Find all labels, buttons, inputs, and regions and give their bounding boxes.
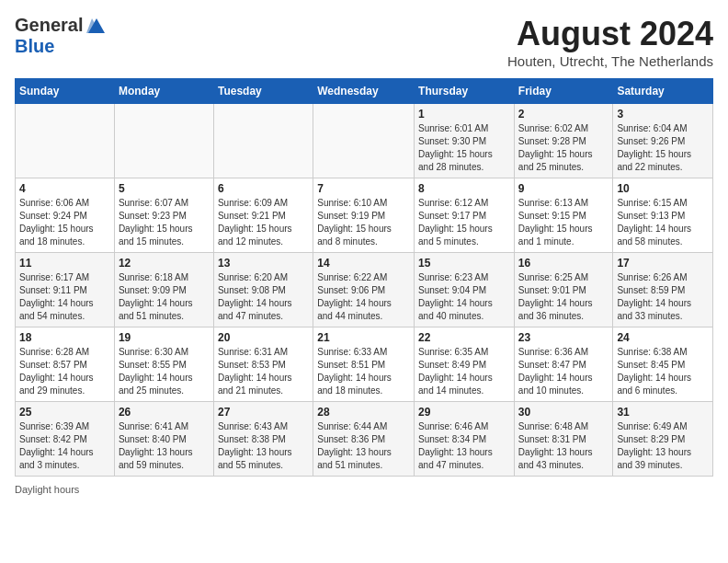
- day-number: 10: [617, 182, 709, 195]
- logo-blue-text: Blue: [15, 36, 54, 56]
- location-subtitle: Houten, Utrecht, The Netherlands: [507, 53, 713, 69]
- day-info: Sunrise: 6:44 AM Sunset: 8:36 PM Dayligh…: [317, 420, 410, 472]
- day-number: 23: [518, 331, 609, 344]
- day-info: Sunrise: 6:18 AM Sunset: 9:09 PM Dayligh…: [119, 271, 210, 323]
- day-number: 16: [518, 257, 609, 270]
- day-info: Sunrise: 6:48 AM Sunset: 8:31 PM Dayligh…: [518, 420, 609, 472]
- footer-note: Daylight hours: [15, 484, 713, 495]
- day-number: 14: [317, 257, 410, 270]
- day-info: Sunrise: 6:04 AM Sunset: 9:26 PM Dayligh…: [617, 122, 709, 174]
- day-header-thursday: Thursday: [415, 79, 515, 104]
- day-info: Sunrise: 6:09 AM Sunset: 9:21 PM Dayligh…: [218, 197, 309, 248]
- day-number: 11: [19, 257, 110, 270]
- day-number: 1: [418, 108, 510, 121]
- day-info: Sunrise: 6:26 AM Sunset: 8:59 PM Dayligh…: [617, 271, 709, 323]
- day-info: Sunrise: 6:12 AM Sunset: 9:17 PM Dayligh…: [418, 197, 510, 248]
- day-info: Sunrise: 6:30 AM Sunset: 8:55 PM Dayligh…: [119, 346, 210, 397]
- calendar-table: SundayMondayTuesdayWednesdayThursdayFrid…: [15, 78, 713, 477]
- calendar-cell: 18Sunrise: 6:28 AM Sunset: 8:57 PM Dayli…: [16, 327, 115, 402]
- calendar-cell: 13Sunrise: 6:20 AM Sunset: 9:08 PM Dayli…: [213, 253, 313, 327]
- day-info: Sunrise: 6:35 AM Sunset: 8:49 PM Dayligh…: [418, 346, 510, 397]
- calendar-cell: 8Sunrise: 6:12 AM Sunset: 9:17 PM Daylig…: [415, 178, 515, 253]
- day-header-monday: Monday: [114, 79, 213, 104]
- day-info: Sunrise: 6:46 AM Sunset: 8:34 PM Dayligh…: [418, 420, 510, 472]
- day-info: Sunrise: 6:36 AM Sunset: 8:47 PM Dayligh…: [518, 346, 609, 397]
- day-info: Sunrise: 6:49 AM Sunset: 8:29 PM Dayligh…: [617, 420, 709, 472]
- calendar-cell: 6Sunrise: 6:09 AM Sunset: 9:21 PM Daylig…: [213, 178, 313, 253]
- calendar-body: 1Sunrise: 6:01 AM Sunset: 9:30 PM Daylig…: [16, 104, 713, 477]
- logo-general-text: General: [15, 15, 83, 36]
- day-number: 3: [617, 108, 709, 121]
- title-section: August 2024 Houten, Utrecht, The Netherl…: [507, 15, 713, 69]
- day-info: Sunrise: 6:28 AM Sunset: 8:57 PM Dayligh…: [19, 346, 110, 397]
- calendar-cell: 15Sunrise: 6:23 AM Sunset: 9:04 PM Dayli…: [415, 253, 515, 327]
- day-header-friday: Friday: [514, 79, 613, 104]
- day-header-sunday: Sunday: [16, 79, 115, 104]
- calendar-cell: 24Sunrise: 6:38 AM Sunset: 8:45 PM Dayli…: [613, 327, 713, 402]
- calendar-cell: 4Sunrise: 6:06 AM Sunset: 9:24 PM Daylig…: [16, 178, 115, 253]
- day-number: 31: [617, 406, 709, 419]
- day-number: 28: [317, 406, 410, 419]
- calendar-cell: 2Sunrise: 6:02 AM Sunset: 9:28 PM Daylig…: [514, 104, 613, 178]
- calendar-cell: 9Sunrise: 6:13 AM Sunset: 9:15 PM Daylig…: [514, 178, 613, 253]
- day-number: 7: [317, 182, 410, 195]
- day-info: Sunrise: 6:43 AM Sunset: 8:38 PM Dayligh…: [218, 420, 309, 472]
- day-number: 17: [617, 257, 709, 270]
- day-header-saturday: Saturday: [613, 79, 713, 104]
- calendar-week-4: 18Sunrise: 6:28 AM Sunset: 8:57 PM Dayli…: [16, 327, 713, 402]
- day-number: 29: [418, 406, 510, 419]
- day-number: 12: [119, 257, 210, 270]
- calendar-cell: 16Sunrise: 6:25 AM Sunset: 9:01 PM Dayli…: [514, 253, 613, 327]
- day-number: 21: [317, 331, 410, 344]
- day-number: 26: [119, 406, 210, 419]
- calendar-week-3: 11Sunrise: 6:17 AM Sunset: 9:11 PM Dayli…: [16, 253, 713, 327]
- day-info: Sunrise: 6:31 AM Sunset: 8:53 PM Dayligh…: [218, 346, 309, 397]
- days-row: SundayMondayTuesdayWednesdayThursdayFrid…: [16, 79, 713, 104]
- page-header: General Blue August 2024 Houten, Utrecht…: [15, 15, 713, 69]
- calendar-cell: 25Sunrise: 6:39 AM Sunset: 8:42 PM Dayli…: [16, 402, 115, 477]
- calendar-cell: 19Sunrise: 6:30 AM Sunset: 8:55 PM Dayli…: [114, 327, 213, 402]
- calendar-cell: 29Sunrise: 6:46 AM Sunset: 8:34 PM Dayli…: [415, 402, 515, 477]
- calendar-cell: 10Sunrise: 6:15 AM Sunset: 9:13 PM Dayli…: [613, 178, 713, 253]
- calendar-cell: 27Sunrise: 6:43 AM Sunset: 8:38 PM Dayli…: [213, 402, 313, 477]
- day-info: Sunrise: 6:15 AM Sunset: 9:13 PM Dayligh…: [617, 197, 709, 248]
- day-info: Sunrise: 6:10 AM Sunset: 9:19 PM Dayligh…: [317, 197, 410, 248]
- calendar-cell: 17Sunrise: 6:26 AM Sunset: 8:59 PM Dayli…: [613, 253, 713, 327]
- day-number: 30: [518, 406, 609, 419]
- calendar-cell: 23Sunrise: 6:36 AM Sunset: 8:47 PM Dayli…: [514, 327, 613, 402]
- day-info: Sunrise: 6:02 AM Sunset: 9:28 PM Dayligh…: [518, 122, 609, 174]
- logo-icon: [86, 17, 107, 35]
- calendar-cell: 11Sunrise: 6:17 AM Sunset: 9:11 PM Dayli…: [16, 253, 115, 327]
- calendar-week-5: 25Sunrise: 6:39 AM Sunset: 8:42 PM Dayli…: [16, 402, 713, 477]
- day-number: 22: [418, 331, 510, 344]
- calendar-cell: [313, 104, 415, 178]
- day-number: 27: [218, 406, 309, 419]
- day-number: 20: [218, 331, 309, 344]
- calendar-cell: [213, 104, 313, 178]
- day-info: Sunrise: 6:41 AM Sunset: 8:40 PM Dayligh…: [119, 420, 210, 472]
- calendar-cell: [16, 104, 115, 178]
- calendar-cell: 5Sunrise: 6:07 AM Sunset: 9:23 PM Daylig…: [114, 178, 213, 253]
- calendar-cell: 1Sunrise: 6:01 AM Sunset: 9:30 PM Daylig…: [415, 104, 515, 178]
- day-number: 19: [119, 331, 210, 344]
- day-number: 25: [19, 406, 110, 419]
- calendar-week-2: 4Sunrise: 6:06 AM Sunset: 9:24 PM Daylig…: [16, 178, 713, 253]
- day-number: 24: [617, 331, 709, 344]
- day-number: 15: [418, 257, 510, 270]
- day-header-tuesday: Tuesday: [213, 79, 313, 104]
- calendar-cell: 3Sunrise: 6:04 AM Sunset: 9:26 PM Daylig…: [613, 104, 713, 178]
- calendar-cell: 7Sunrise: 6:10 AM Sunset: 9:19 PM Daylig…: [313, 178, 415, 253]
- day-info: Sunrise: 6:06 AM Sunset: 9:24 PM Dayligh…: [19, 197, 110, 248]
- month-year-title: August 2024: [507, 15, 713, 53]
- day-info: Sunrise: 6:20 AM Sunset: 9:08 PM Dayligh…: [218, 271, 309, 323]
- day-info: Sunrise: 6:01 AM Sunset: 9:30 PM Dayligh…: [418, 122, 510, 174]
- calendar-cell: 30Sunrise: 6:48 AM Sunset: 8:31 PM Dayli…: [514, 402, 613, 477]
- day-info: Sunrise: 6:38 AM Sunset: 8:45 PM Dayligh…: [617, 346, 709, 397]
- calendar-cell: 14Sunrise: 6:22 AM Sunset: 9:06 PM Dayli…: [313, 253, 415, 327]
- calendar-cell: 26Sunrise: 6:41 AM Sunset: 8:40 PM Dayli…: [114, 402, 213, 477]
- day-number: 6: [218, 182, 309, 195]
- day-header-wednesday: Wednesday: [313, 79, 415, 104]
- day-number: 9: [518, 182, 609, 195]
- day-info: Sunrise: 6:22 AM Sunset: 9:06 PM Dayligh…: [317, 271, 410, 323]
- day-info: Sunrise: 6:23 AM Sunset: 9:04 PM Dayligh…: [418, 271, 510, 323]
